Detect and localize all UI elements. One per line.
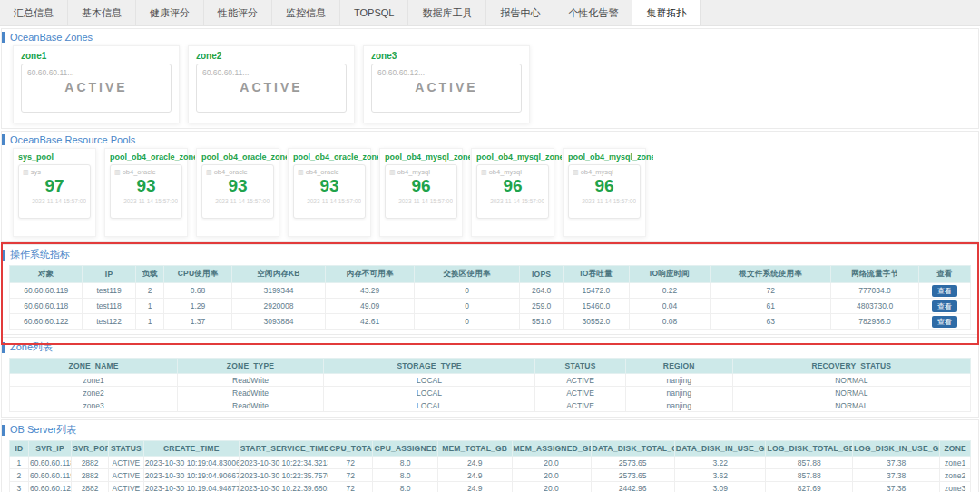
table-cell: 3: [10, 482, 29, 492]
pool-name: sys_pool: [18, 153, 103, 162]
table-cell: 2023-10-30 10:19:04.830060: [143, 457, 239, 469]
table-row: 360.60.60.1222882ACTIVE2023-10-30 10:19:…: [10, 482, 971, 492]
pool-card[interactable]: pool_ob4_mysql_zone3_ui ▥ob4_mysql 96 20…: [379, 148, 463, 237]
table-cell: 24.9: [437, 457, 512, 469]
ob-server-table: IDSVR_IPSVR_PORTSTATUSCREATE_TIMESTART_S…: [9, 440, 971, 492]
table-cell: zone1: [10, 374, 178, 387]
zone-status-box: 60.60.60.11... ACTIVE: [21, 64, 172, 113]
pools-section: OceanBase Resource Pools sys_pool ▥sys 9…: [1, 131, 979, 242]
tab-监控信息[interactable]: 监控信息: [272, 0, 340, 25]
pool-name: pool_ob4_mysql_zone3_ui: [385, 153, 470, 162]
table-cell: 0: [414, 299, 519, 314]
table-header-row: IDSVR_IPSVR_PORTSTATUSCREATE_TIMESTART_S…: [10, 441, 971, 457]
table-cell: 2573.65: [591, 469, 674, 482]
tab-个性化告警[interactable]: 个性化告警: [554, 0, 632, 25]
pool-card[interactable]: pool_ob4_oracle_zone2_ds ▥ob4_oracle 93 …: [288, 148, 371, 237]
table-cell: 2: [135, 283, 164, 299]
view-button[interactable]: 查看: [932, 300, 957, 312]
table-cell: zone3: [10, 399, 178, 412]
tab-TOPSQL[interactable]: TOPSQL: [340, 0, 408, 25]
pool-score: 97: [23, 176, 86, 195]
column-header: LOG_DISK_IN_USE_GB: [852, 441, 939, 457]
pool-timestamp: 2023-11-14 15:57:00: [573, 198, 636, 204]
zone-status: ACTIVE: [202, 80, 340, 94]
table-cell: 2882: [72, 457, 109, 469]
tab-汇总信息[interactable]: 汇总信息: [0, 0, 68, 25]
table-cell: 72: [328, 482, 373, 492]
zone-name: zone2: [196, 51, 347, 61]
table-cell: 8.0: [373, 457, 437, 469]
pool-score: 93: [298, 176, 361, 195]
table-cell: ACTIVE: [535, 374, 626, 387]
table-cell: 20.0: [512, 482, 591, 492]
tenant-icon: ▥: [389, 169, 396, 175]
pool-card[interactable]: pool_ob4_oracle_zone3_hy ▥ob4_oracle 93 …: [196, 148, 279, 237]
column-header: 网络流量字节: [831, 266, 918, 283]
os-metrics-title: 操作系统指标: [2, 245, 978, 264]
zone-name: zone3: [371, 51, 522, 61]
table-cell: 15460.0: [563, 299, 629, 314]
table-cell: 1.37: [164, 314, 231, 330]
tab-报告中心[interactable]: 报告中心: [486, 0, 554, 25]
pool-card[interactable]: pool_ob4_mysql_zone2_zgl ▥ob4_mysql 96 2…: [563, 148, 646, 237]
tenant-icon: ▥: [23, 169, 29, 175]
column-header: DATA_DISK_IN_USE_GB: [674, 441, 766, 457]
title-accent-bar: [2, 342, 5, 353]
table-cell: 2023-10-30 10:22:35.757050: [239, 469, 328, 482]
pool-name: pool_ob4_mysql_zone1_fo: [476, 153, 562, 162]
table-cell: 1: [10, 457, 29, 469]
table-cell: ACTIVE: [535, 387, 626, 399]
ob-server-list-section: OB Server列表 IDSVR_IPSVR_PORTSTATUSCREATE…: [1, 419, 979, 492]
pool-score: 96: [573, 176, 636, 195]
tab-集群拓扑[interactable]: 集群拓扑: [632, 0, 701, 25]
tenant-icon: ▥: [573, 169, 579, 175]
section-title-text: OB Server列表: [10, 423, 76, 437]
table-cell: 61: [710, 299, 830, 314]
section-title-text: OceanBase Zones: [10, 32, 93, 43]
table-cell: 3.62: [674, 469, 766, 482]
table-cell: LOCAL: [323, 387, 534, 399]
table-cell: zone1: [940, 457, 971, 469]
table-row: 160.60.60.1182882ACTIVE2023-10-30 10:19:…: [10, 457, 971, 469]
view-button[interactable]: 查看: [932, 316, 957, 328]
table-cell: ACTIVE: [109, 469, 144, 482]
table-cell: 2023-10-30 10:22:34.321313: [239, 457, 328, 469]
tab-性能评分[interactable]: 性能评分: [204, 0, 272, 25]
zones-section-title: OceanBase Zones: [2, 29, 978, 45]
table-cell: 2023-10-30 10:19:04.948770: [143, 482, 239, 492]
column-header: STORAGE_TYPE: [323, 359, 534, 374]
column-header: 对象: [10, 266, 83, 283]
table-cell: 777034.0: [831, 283, 918, 299]
zone-card[interactable]: zone2 60.60.60.11... ACTIVE: [188, 45, 355, 123]
tab-健康评分[interactable]: 健康评分: [136, 0, 204, 25]
table-cell: 49.09: [326, 299, 414, 314]
table-cell: 2882: [72, 469, 109, 482]
pool-timestamp: 2023-11-14 15:57:00: [114, 198, 178, 204]
title-accent-bar: [2, 32, 5, 43]
view-button[interactable]: 查看: [932, 285, 957, 297]
table-cell: nanjing: [625, 387, 732, 399]
column-header: MEM_ASSIGNED_GB: [512, 441, 591, 457]
zone-ip: 60.60.60.11...: [27, 68, 165, 77]
table-cell: 37.38: [852, 482, 939, 492]
zone-card[interactable]: zone1 60.60.60.11... ACTIVE: [13, 45, 180, 123]
table-cell: ACTIVE: [109, 482, 144, 492]
pool-name: pool_ob4_oracle_zone1_he: [110, 153, 195, 162]
column-header: ID: [10, 441, 29, 457]
table-row: 260.60.60.1192882ACTIVE2023-10-30 10:19:…: [10, 469, 971, 482]
column-header: ZONE_TYPE: [178, 359, 324, 374]
column-header: ZONE_NAME: [10, 359, 178, 374]
column-header: ZONE: [940, 441, 971, 457]
table-cell: 2882: [72, 482, 109, 492]
tab-基本信息[interactable]: 基本信息: [68, 0, 136, 25]
table-cell: 782936.0: [831, 314, 918, 330]
tab-数据库工具[interactable]: 数据库工具: [408, 0, 486, 25]
zone-card[interactable]: zone3 60.60.60.12... ACTIVE: [363, 45, 530, 123]
pool-card[interactable]: pool_ob4_mysql_zone1_fo ▥ob4_mysql 96 20…: [471, 148, 554, 237]
table-row: zone3ReadWriteLOCALACTIVEnanjingNORMAL: [10, 399, 971, 412]
pool-card[interactable]: sys_pool ▥sys 97 2023-11-14 15:57:00: [13, 148, 96, 237]
table-cell: 24.9: [437, 482, 512, 492]
pool-card[interactable]: pool_ob4_oracle_zone1_he ▥ob4_oracle 93 …: [104, 148, 188, 237]
pool-score: 96: [481, 176, 544, 195]
table-cell: 2573.65: [591, 457, 674, 469]
